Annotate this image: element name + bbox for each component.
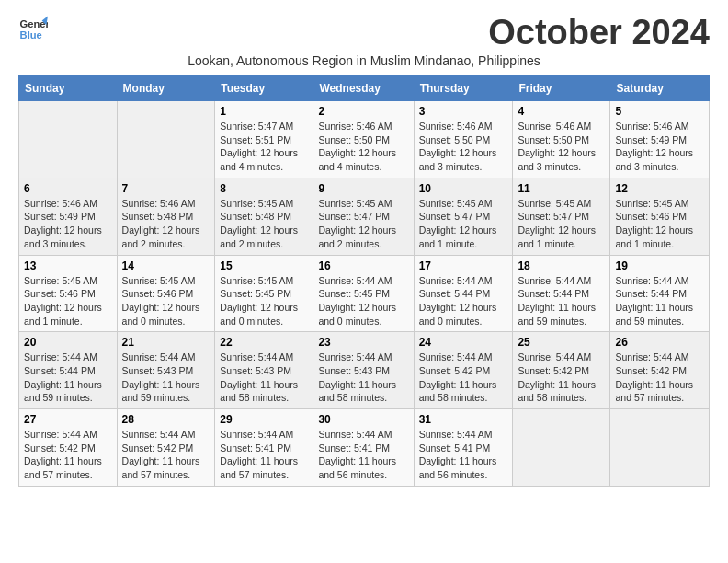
calendar-cell: 1Sunrise: 5:47 AM Sunset: 5:51 PM Daylig… xyxy=(215,101,313,178)
day-info: Sunrise: 5:46 AM Sunset: 5:50 PM Dayligh… xyxy=(419,120,508,174)
day-info: Sunrise: 5:46 AM Sunset: 5:50 PM Dayligh… xyxy=(318,120,408,174)
calendar-cell: 31Sunrise: 5:44 AM Sunset: 5:41 PM Dayli… xyxy=(414,409,513,487)
calendar-cell: 29Sunrise: 5:44 AM Sunset: 5:41 PM Dayli… xyxy=(215,409,313,487)
page-header: General Blue October 2024 xyxy=(18,15,710,50)
day-info: Sunrise: 5:45 AM Sunset: 5:46 PM Dayligh… xyxy=(615,197,704,251)
day-info: Sunrise: 5:44 AM Sunset: 5:44 PM Dayligh… xyxy=(518,274,605,328)
day-info: Sunrise: 5:44 AM Sunset: 5:43 PM Dayligh… xyxy=(122,350,210,405)
day-info: Sunrise: 5:46 AM Sunset: 5:50 PM Dayligh… xyxy=(518,120,605,174)
day-number: 31 xyxy=(419,413,508,426)
day-info: Sunrise: 5:44 AM Sunset: 5:44 PM Dayligh… xyxy=(615,274,704,328)
day-info: Sunrise: 5:44 AM Sunset: 5:42 PM Dayligh… xyxy=(419,350,508,405)
day-number: 14 xyxy=(122,259,210,272)
calendar-cell xyxy=(19,101,118,178)
day-number: 4 xyxy=(518,105,605,118)
logo-icon: General Blue xyxy=(18,15,48,44)
calendar-cell: 5Sunrise: 5:46 AM Sunset: 5:49 PM Daylig… xyxy=(610,101,710,178)
day-number: 6 xyxy=(24,182,112,195)
day-number: 27 xyxy=(24,413,112,426)
day-info: Sunrise: 5:44 AM Sunset: 5:43 PM Dayligh… xyxy=(318,350,408,405)
day-info: Sunrise: 5:46 AM Sunset: 5:48 PM Dayligh… xyxy=(122,197,210,251)
calendar-cell: 27Sunrise: 5:44 AM Sunset: 5:42 PM Dayli… xyxy=(19,409,118,487)
day-info: Sunrise: 5:45 AM Sunset: 5:46 PM Dayligh… xyxy=(24,274,112,328)
day-number: 22 xyxy=(220,336,308,349)
calendar-cell xyxy=(117,101,215,178)
day-info: Sunrise: 5:46 AM Sunset: 5:49 PM Dayligh… xyxy=(615,120,704,174)
day-number: 10 xyxy=(419,182,508,195)
weekday-header-monday: Monday xyxy=(117,76,215,101)
day-info: Sunrise: 5:44 AM Sunset: 5:42 PM Dayligh… xyxy=(24,428,112,482)
day-number: 20 xyxy=(24,336,112,349)
weekday-header-friday: Friday xyxy=(513,76,610,101)
day-info: Sunrise: 5:44 AM Sunset: 5:42 PM Dayligh… xyxy=(122,428,210,482)
day-number: 1 xyxy=(220,105,308,118)
day-info: Sunrise: 5:44 AM Sunset: 5:42 PM Dayligh… xyxy=(518,350,605,405)
calendar-cell: 17Sunrise: 5:44 AM Sunset: 5:44 PM Dayli… xyxy=(414,255,513,332)
calendar-cell: 23Sunrise: 5:44 AM Sunset: 5:43 PM Dayli… xyxy=(313,332,414,409)
calendar-cell: 2Sunrise: 5:46 AM Sunset: 5:50 PM Daylig… xyxy=(313,101,414,178)
day-number: 2 xyxy=(318,105,408,118)
weekday-header-sunday: Sunday xyxy=(19,76,118,101)
day-number: 17 xyxy=(419,259,508,272)
day-number: 21 xyxy=(122,336,210,349)
day-info: Sunrise: 5:44 AM Sunset: 5:41 PM Dayligh… xyxy=(220,428,308,482)
calendar-cell: 20Sunrise: 5:44 AM Sunset: 5:44 PM Dayli… xyxy=(19,332,118,409)
calendar-table: SundayMondayTuesdayWednesdayThursdayFrid… xyxy=(18,75,710,487)
day-info: Sunrise: 5:45 AM Sunset: 5:48 PM Dayligh… xyxy=(220,197,308,251)
calendar-cell: 8Sunrise: 5:45 AM Sunset: 5:48 PM Daylig… xyxy=(215,178,313,255)
calendar-cell: 28Sunrise: 5:44 AM Sunset: 5:42 PM Dayli… xyxy=(117,409,215,487)
calendar-cell xyxy=(513,409,610,487)
calendar-cell: 13Sunrise: 5:45 AM Sunset: 5:46 PM Dayli… xyxy=(19,255,118,332)
day-number: 7 xyxy=(122,182,210,195)
day-info: Sunrise: 5:44 AM Sunset: 5:44 PM Dayligh… xyxy=(24,350,112,405)
calendar-cell: 10Sunrise: 5:45 AM Sunset: 5:47 PM Dayli… xyxy=(414,178,513,255)
day-info: Sunrise: 5:45 AM Sunset: 5:47 PM Dayligh… xyxy=(419,197,508,251)
svg-text:Blue: Blue xyxy=(20,29,42,40)
day-info: Sunrise: 5:44 AM Sunset: 5:41 PM Dayligh… xyxy=(318,428,408,482)
calendar-cell: 16Sunrise: 5:44 AM Sunset: 5:45 PM Dayli… xyxy=(313,255,414,332)
day-number: 19 xyxy=(615,259,704,272)
day-number: 25 xyxy=(518,336,605,349)
day-info: Sunrise: 5:47 AM Sunset: 5:51 PM Dayligh… xyxy=(220,120,308,174)
day-number: 30 xyxy=(318,413,408,426)
calendar-cell: 21Sunrise: 5:44 AM Sunset: 5:43 PM Dayli… xyxy=(117,332,215,409)
calendar-cell: 6Sunrise: 5:46 AM Sunset: 5:49 PM Daylig… xyxy=(19,178,118,255)
weekday-header-wednesday: Wednesday xyxy=(313,76,414,101)
calendar-cell: 12Sunrise: 5:45 AM Sunset: 5:46 PM Dayli… xyxy=(610,178,710,255)
day-info: Sunrise: 5:45 AM Sunset: 5:47 PM Dayligh… xyxy=(318,197,408,251)
calendar-cell: 3Sunrise: 5:46 AM Sunset: 5:50 PM Daylig… xyxy=(414,101,513,178)
day-number: 29 xyxy=(220,413,308,426)
calendar-cell: 30Sunrise: 5:44 AM Sunset: 5:41 PM Dayli… xyxy=(313,409,414,487)
weekday-header-saturday: Saturday xyxy=(610,76,710,101)
weekday-header-thursday: Thursday xyxy=(414,76,513,101)
calendar-cell: 25Sunrise: 5:44 AM Sunset: 5:42 PM Dayli… xyxy=(513,332,610,409)
day-info: Sunrise: 5:46 AM Sunset: 5:49 PM Dayligh… xyxy=(24,197,112,251)
day-number: 15 xyxy=(220,259,308,272)
calendar-cell: 19Sunrise: 5:44 AM Sunset: 5:44 PM Dayli… xyxy=(610,255,710,332)
day-info: Sunrise: 5:44 AM Sunset: 5:45 PM Dayligh… xyxy=(318,274,408,328)
calendar-cell: 7Sunrise: 5:46 AM Sunset: 5:48 PM Daylig… xyxy=(117,178,215,255)
day-number: 16 xyxy=(318,259,408,272)
calendar-cell: 9Sunrise: 5:45 AM Sunset: 5:47 PM Daylig… xyxy=(313,178,414,255)
day-number: 18 xyxy=(518,259,605,272)
day-number: 11 xyxy=(518,182,605,195)
calendar-cell: 26Sunrise: 5:44 AM Sunset: 5:42 PM Dayli… xyxy=(610,332,710,409)
weekday-header-tuesday: Tuesday xyxy=(215,76,313,101)
day-info: Sunrise: 5:44 AM Sunset: 5:41 PM Dayligh… xyxy=(419,428,508,482)
day-number: 28 xyxy=(122,413,210,426)
day-number: 23 xyxy=(318,336,408,349)
calendar-cell: 14Sunrise: 5:45 AM Sunset: 5:46 PM Dayli… xyxy=(117,255,215,332)
calendar-cell: 11Sunrise: 5:45 AM Sunset: 5:47 PM Dayli… xyxy=(513,178,610,255)
day-info: Sunrise: 5:44 AM Sunset: 5:42 PM Dayligh… xyxy=(615,350,704,405)
logo: General Blue xyxy=(18,15,48,44)
day-info: Sunrise: 5:45 AM Sunset: 5:45 PM Dayligh… xyxy=(220,274,308,328)
month-title: October 2024 xyxy=(488,15,710,50)
calendar-cell: 15Sunrise: 5:45 AM Sunset: 5:45 PM Dayli… xyxy=(215,255,313,332)
day-number: 5 xyxy=(615,105,704,118)
day-number: 26 xyxy=(615,336,704,349)
calendar-cell: 4Sunrise: 5:46 AM Sunset: 5:50 PM Daylig… xyxy=(513,101,610,178)
calendar-cell: 22Sunrise: 5:44 AM Sunset: 5:43 PM Dayli… xyxy=(215,332,313,409)
day-info: Sunrise: 5:44 AM Sunset: 5:44 PM Dayligh… xyxy=(419,274,508,328)
calendar-cell xyxy=(610,409,710,487)
day-number: 9 xyxy=(318,182,408,195)
